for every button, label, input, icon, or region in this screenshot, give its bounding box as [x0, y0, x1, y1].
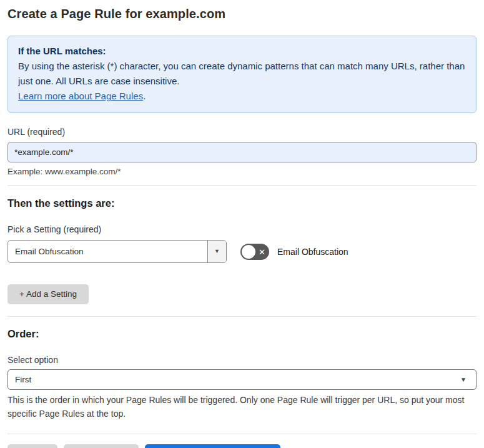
setting-select-arrow-button[interactable]: ▼ — [207, 241, 226, 262]
order-help-text: This is the order in which your Page Rul… — [7, 393, 473, 421]
toggle-knob — [242, 245, 255, 259]
info-box-body: By using the asterisk (*) character, you… — [18, 59, 466, 89]
url-example-text: Example: www.example.com/* — [7, 167, 477, 176]
order-select[interactable]: First ▼ — [7, 369, 477, 390]
select-option-label: Select option — [7, 355, 477, 365]
setting-select[interactable]: Email Obfuscation ▼ — [7, 240, 227, 263]
cancel-button[interactable]: Cancel — [7, 444, 57, 448]
page-title: Create a Page Rule for example.com — [7, 6, 477, 22]
settings-section-heading: Then the settings are: — [7, 197, 477, 209]
order-section-heading: Order: — [7, 328, 477, 340]
divider — [7, 316, 477, 317]
url-match-info-box: If the URL matches: By using the asteris… — [7, 36, 477, 113]
chevron-down-icon: ▼ — [460, 377, 467, 383]
url-label: URL (required) — [7, 127, 477, 137]
divider — [7, 434, 477, 434]
email-obfuscation-toggle[interactable]: ✕ — [240, 244, 269, 260]
url-input[interactable] — [7, 142, 477, 162]
divider — [7, 185, 477, 186]
link-period: . — [143, 91, 146, 101]
toggle-label: Email Obfuscation — [277, 247, 348, 257]
x-mark-icon: ✕ — [259, 247, 265, 256]
chevron-down-icon: ▼ — [214, 249, 220, 254]
order-select-value: First — [15, 375, 31, 384]
info-box-link-line: Learn more about Page Rules. — [18, 89, 466, 104]
add-setting-button[interactable]: + Add a Setting — [7, 284, 89, 304]
info-box-heading: If the URL matches: — [18, 44, 466, 59]
setting-row: Email Obfuscation ▼ ✕ Email Obfuscation — [7, 240, 477, 263]
save-deploy-button[interactable]: Save and Deploy Page Rule — [145, 444, 281, 448]
footer-actions: Cancel Save as Draft Save and Deploy Pag… — [7, 444, 477, 448]
save-draft-button[interactable]: Save as Draft — [64, 444, 139, 448]
learn-more-link[interactable]: Learn more about Page Rules — [18, 91, 143, 101]
setting-select-value: Email Obfuscation — [8, 241, 207, 262]
pick-setting-label: Pick a Setting (required) — [7, 224, 477, 234]
